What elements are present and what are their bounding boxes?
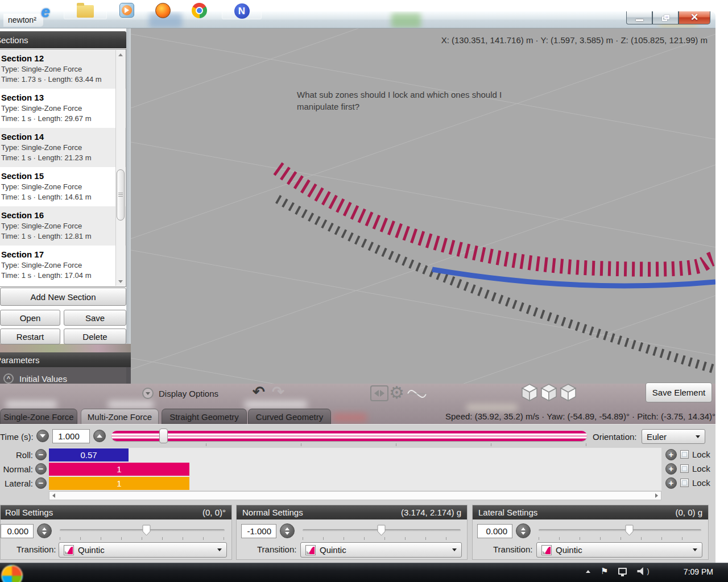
- close-button[interactable]: ✕: [679, 11, 710, 24]
- scroll-right-icon[interactable]: [655, 493, 658, 498]
- view-cube-icons[interactable]: [520, 383, 577, 402]
- roll-transition-dropdown[interactable]: Quintic: [59, 542, 227, 558]
- transition-label: Transition:: [257, 544, 296, 554]
- add-new-section-button[interactable]: Add New Section: [0, 288, 126, 306]
- normal-remove-button[interactable]: −: [35, 463, 47, 475]
- taskbar-media-player-icon[interactable]: [111, 1, 142, 19]
- sections-scrollbar[interactable]: [115, 50, 125, 286]
- list-item-section-13[interactable]: Section 13 Type: Single-Zone Force Time:…: [0, 89, 126, 128]
- roll-value: 0.57: [80, 450, 97, 460]
- restore-button[interactable]: [652, 11, 679, 24]
- tray-expand-icon[interactable]: [586, 570, 590, 573]
- taskbar-file-explorer-icon[interactable]: [64, 1, 107, 19]
- taskbar-internet-explorer-icon[interactable]: e: [31, 1, 60, 19]
- list-item-section-17[interactable]: Section 17 Type: Single-Zone Force Time:…: [0, 246, 126, 285]
- time-increase-button[interactable]: [93, 430, 106, 442]
- panel-range: (3.174, 2.174) g: [401, 508, 461, 517]
- lateral-slider-thumb[interactable]: [625, 525, 634, 536]
- normal-slider-thumb[interactable]: [377, 525, 386, 536]
- grid-lines: [131, 28, 715, 384]
- open-button[interactable]: Open: [0, 310, 60, 326]
- lock-label: Lock: [692, 450, 710, 459]
- subzone-bar-normal[interactable]: 1: [49, 463, 189, 476]
- scroll-up-icon[interactable]: [116, 50, 125, 59]
- roll-remove-button[interactable]: −: [35, 449, 47, 460]
- list-item-section-15[interactable]: Section 15 Type: Single-Zone Force Time:…: [0, 167, 126, 206]
- lateral-spinner[interactable]: [516, 523, 531, 538]
- bars-horizontal-scrollbar[interactable]: [49, 491, 661, 500]
- redo-icon[interactable]: ↷: [272, 384, 284, 399]
- time-slider-thumb[interactable]: [159, 429, 168, 443]
- scrollbar-thumb[interactable]: [117, 169, 125, 221]
- section-type: Type: Single-Zone Force: [1, 182, 125, 191]
- time-decrease-button[interactable]: [36, 430, 49, 442]
- minimize-button[interactable]: [626, 11, 652, 24]
- display-options-toggle[interactable]: Display Options: [142, 388, 218, 399]
- sine-wave-icon[interactable]: [407, 386, 427, 401]
- roll-lock-checkbox[interactable]: [680, 450, 689, 459]
- normal-spinner[interactable]: [280, 523, 295, 538]
- normal-value-input[interactable]: -1.000: [241, 524, 276, 538]
- roll-slider[interactable]: [60, 529, 225, 531]
- undo-icon[interactable]: ↶: [253, 384, 265, 399]
- restart-button[interactable]: Restart: [0, 329, 60, 344]
- lateral-value-input[interactable]: 0.000: [477, 524, 512, 538]
- lateral-remove-button[interactable]: −: [35, 477, 47, 489]
- gear-icon[interactable]: ⚙: [389, 384, 404, 401]
- speed-yaw-pitch-readout: Speed: (35.92, 35.2) m/s · Yaw: (-54.89,…: [445, 411, 715, 421]
- tab-single-zone-force[interactable]: Single-Zone Force: [0, 409, 77, 424]
- section-name: Section 15: [1, 171, 125, 181]
- list-item-section-16[interactable]: Section 16 Type: Single-Zone Force Time:…: [0, 206, 126, 246]
- section-name: Section 17: [1, 250, 125, 259]
- volume-icon[interactable]: ): [637, 567, 649, 575]
- taskbar-chrome-icon[interactable]: [183, 1, 215, 19]
- normal-add-button[interactable]: +: [665, 463, 677, 475]
- window-titlebar[interactable]: [0, 11, 715, 28]
- list-item-section-14[interactable]: Section 14 Type: Single-Zone Force Time:…: [0, 128, 126, 167]
- taskbar-firefox-icon[interactable]: [147, 1, 179, 19]
- start-button[interactable]: [1, 565, 23, 582]
- tab-curved-geometry[interactable]: Curved Geometry: [248, 409, 331, 424]
- lateral-add-button[interactable]: +: [665, 477, 677, 489]
- time-input[interactable]: 1.000: [52, 429, 90, 443]
- save-element-button[interactable]: Save Element: [646, 383, 712, 402]
- roll-add-button[interactable]: +: [665, 449, 677, 460]
- viewport-3d[interactable]: X: (130.351, 141.716) m · Y: (1.597, 3.5…: [131, 28, 715, 384]
- lateral-slider-ticks: [539, 537, 701, 540]
- subzone-bar-lateral[interactable]: 1: [49, 477, 189, 490]
- time-slider[interactable]: [111, 431, 587, 441]
- network-icon[interactable]: [618, 568, 627, 575]
- tab-straight-geometry[interactable]: Straight Geometry: [162, 409, 247, 424]
- flip-horizontal-icon[interactable]: [370, 385, 388, 401]
- orientation-dropdown[interactable]: Euler: [642, 429, 705, 444]
- roll-lock-row: Lock: [680, 450, 710, 459]
- roll-spinner[interactable]: [37, 523, 52, 538]
- transition-value: Quintic: [556, 545, 582, 555]
- scroll-down-icon[interactable]: [116, 277, 125, 286]
- subzone-bar-roll[interactable]: 0.57: [49, 448, 129, 462]
- minimize-icon: [636, 19, 643, 21]
- taskbar-newton-app-icon[interactable]: N: [222, 1, 262, 19]
- delete-button[interactable]: Delete: [64, 329, 126, 344]
- panel-range: (0, 0)°: [202, 508, 226, 517]
- taskbar-clock[interactable]: 7:09 PM: [684, 567, 713, 576]
- lateral-lock-checkbox[interactable]: [680, 479, 689, 487]
- save-button[interactable]: Save: [64, 310, 126, 326]
- dropdown-arrow-icon: [693, 548, 697, 551]
- chevron-down-icon[interactable]: [142, 388, 154, 399]
- normal-slider[interactable]: [303, 529, 461, 531]
- section-name: Section 14: [1, 132, 125, 142]
- lateral-transition-dropdown[interactable]: Quintic: [536, 542, 702, 558]
- roll-slider-thumb[interactable]: [142, 525, 151, 536]
- roll-value-input[interactable]: 0.000: [1, 524, 34, 538]
- scroll-left-icon[interactable]: [52, 493, 55, 498]
- chevron-up-icon[interactable]: ^: [3, 373, 14, 384]
- normal-lock-checkbox[interactable]: [680, 464, 689, 473]
- list-item-section-12[interactable]: Section 12 Type: Single-Zone Force Time:…: [0, 49, 126, 89]
- lateral-slider[interactable]: [539, 529, 701, 531]
- sections-list[interactable]: Section 12 Type: Single-Zone Force Time:…: [0, 49, 126, 287]
- normal-transition-dropdown[interactable]: Quintic: [300, 542, 462, 558]
- tab-multi-zone-force[interactable]: Multi-Zone Force: [81, 409, 159, 424]
- track-force-crimson: [278, 168, 715, 269]
- action-center-flag-icon[interactable]: ⚑: [601, 566, 608, 576]
